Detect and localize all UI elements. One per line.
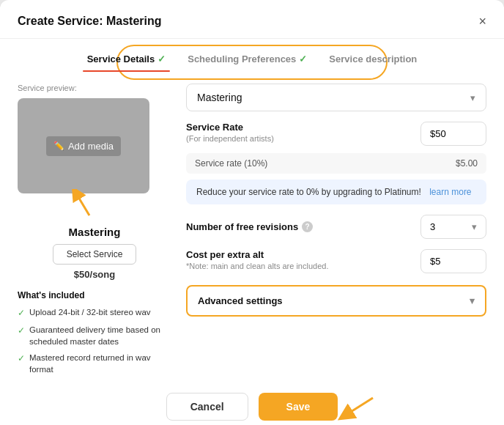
- tab-service-description[interactable]: Service description: [325, 51, 421, 67]
- tab-service-details[interactable]: Service Details ✓: [83, 51, 171, 67]
- service-rate-sublabel: (For independent artists): [186, 134, 274, 143]
- tab-scheduling-check: ✓: [299, 53, 307, 64]
- advanced-settings-label: Advanced settings: [198, 295, 283, 306]
- list-item: ✓ Guaranteed delivery time based on sche…: [18, 324, 171, 347]
- price-display: $50/song: [18, 269, 171, 280]
- info-icon: ?: [302, 221, 313, 232]
- service-name: Mastering: [18, 226, 171, 238]
- svg-line-3: [345, 398, 373, 415]
- check-icon: ✓: [18, 307, 25, 319]
- modal-title: Create Service: Mastering: [18, 15, 162, 28]
- save-arrow: [338, 392, 377, 424]
- chevron-down-icon: ▾: [470, 295, 475, 306]
- service-rate-row: Service Rate (For independent artists): [186, 122, 486, 147]
- svg-line-1: [76, 193, 89, 215]
- tab-service-details-label: Service Details: [87, 53, 155, 64]
- modal-header: Create Service: Mastering ×: [0, 0, 504, 39]
- left-panel: Service preview: ✏️ Add media: [18, 84, 171, 380]
- service-rate-info-block: Service Rate (For independent artists): [186, 122, 274, 147]
- included-item-text: Mastered record returned in wav format: [29, 352, 171, 375]
- extra-alt-info: Cost per extra alt *Note: main and clean…: [186, 249, 328, 275]
- upgrade-text: Reduce your service rate to 0% by upgrad…: [196, 187, 421, 197]
- save-label: Save: [286, 401, 311, 413]
- extra-alt-section: Cost per extra alt *Note: main and clean…: [186, 249, 486, 275]
- tab-service-details-check: ✓: [158, 53, 166, 64]
- check-icon: ✓: [18, 325, 25, 347]
- add-media-label: Add media: [68, 141, 114, 152]
- learn-more-link[interactable]: learn more: [429, 187, 471, 197]
- list-item: ✓ Upload 24-bit / 32-bit stereo wav: [18, 306, 171, 319]
- tab-service-description-label: Service description: [329, 53, 417, 64]
- right-panel: Mastering ▾ Service Rate (For independen…: [171, 84, 486, 380]
- extra-alt-label: Cost per extra alt: [186, 249, 328, 260]
- service-rate-info-value: $5.00: [456, 158, 478, 169]
- revisions-label-text: Number of free revisions: [186, 221, 298, 232]
- whats-included-heading: What's included: [18, 290, 171, 300]
- revisions-select[interactable]: 3 ▾: [420, 215, 486, 239]
- price-unit: /song: [90, 269, 116, 280]
- tab-scheduling-preferences-label: Scheduling Preferences: [188, 53, 296, 64]
- tab-scheduling-preferences[interactable]: Scheduling Preferences ✓: [183, 51, 311, 67]
- revisions-row: Number of free revisions ? 3 ▾: [186, 215, 486, 239]
- modal-footer: Cancel Save: [0, 380, 504, 424]
- extra-alt-sublabel: *Note: main and clean alts are included.: [186, 262, 328, 270]
- revisions-label-block: Number of free revisions ?: [186, 221, 313, 232]
- upgrade-banner: Reduce your service rate to 0% by upgrad…: [186, 180, 486, 204]
- extra-alt-input[interactable]: [420, 249, 486, 273]
- list-item: ✓ Mastered record returned in wav format: [18, 352, 171, 375]
- extra-alt-row: Cost per extra alt *Note: main and clean…: [186, 249, 486, 275]
- select-service-button[interactable]: Select Service: [53, 244, 137, 265]
- included-list: ✓ Upload 24-bit / 32-bit stereo wav ✓ Gu…: [18, 306, 171, 375]
- included-item-text: Guaranteed delivery time based on schedu…: [29, 324, 171, 347]
- save-button[interactable]: Save: [259, 393, 338, 421]
- add-media-button[interactable]: ✏️ Add media: [46, 136, 121, 156]
- check-icon: ✓: [18, 352, 25, 375]
- service-dropdown-value: Mastering: [197, 92, 242, 103]
- chevron-down-icon: ▾: [472, 221, 477, 232]
- modal-body: Service preview: ✏️ Add media: [0, 75, 504, 380]
- service-dropdown[interactable]: Mastering ▾: [186, 84, 486, 111]
- service-rate-label: Service Rate: [186, 122, 274, 133]
- pencil-icon: ✏️: [53, 141, 64, 151]
- tabs-container: Service Details ✓ Scheduling Preferences…: [0, 39, 504, 75]
- revisions-value: 3: [430, 221, 435, 232]
- create-service-modal: Create Service: Mastering × Service Deta…: [0, 0, 504, 425]
- service-rate-input[interactable]: [420, 122, 486, 146]
- price-value: $50: [74, 269, 90, 280]
- media-box[interactable]: ✏️ Add media: [18, 98, 149, 193]
- service-preview-label: Service preview:: [18, 84, 171, 92]
- close-button[interactable]: ×: [478, 15, 486, 28]
- add-media-arrow: [72, 189, 95, 220]
- included-item-text: Upload 24-bit / 32-bit stereo wav: [29, 306, 151, 319]
- advanced-settings-section[interactable]: Advanced settings ▾: [186, 285, 486, 317]
- chevron-down-icon: ▾: [470, 92, 475, 103]
- service-rate-info-row: Service rate (10%) $5.00: [186, 153, 486, 174]
- service-rate-info-label: Service rate (10%): [195, 158, 267, 169]
- cancel-button[interactable]: Cancel: [166, 393, 248, 421]
